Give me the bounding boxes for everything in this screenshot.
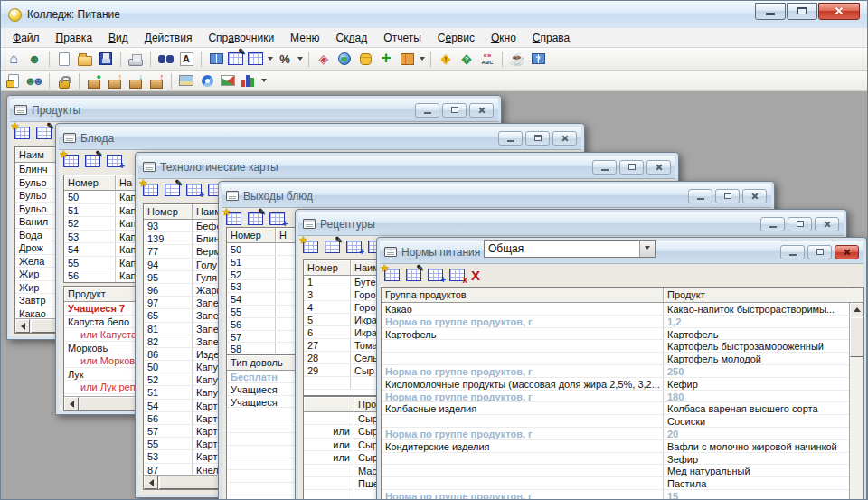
open-folder-icon[interactable] bbox=[76, 50, 94, 68]
box-receive-icon[interactable]: ● bbox=[85, 71, 103, 90]
close-button[interactable] bbox=[742, 189, 767, 203]
table-row[interactable]: Мед натуральный bbox=[382, 465, 863, 477]
new-record-icon[interactable]: ★ bbox=[14, 127, 30, 139]
delete-icon[interactable]: Х bbox=[471, 268, 480, 283]
main-titlebar[interactable]: Колледж: Питание bbox=[1, 1, 867, 28]
close-button[interactable] bbox=[815, 217, 839, 231]
close-button[interactable] bbox=[646, 160, 671, 175]
table-icon[interactable] bbox=[246, 50, 264, 68]
percent-icon[interactable]: % bbox=[276, 50, 294, 68]
minimize-button[interactable] bbox=[760, 217, 785, 231]
minimize-button[interactable] bbox=[755, 3, 786, 20]
restore-button[interactable] bbox=[525, 131, 550, 146]
new-record-icon[interactable]: ★ bbox=[303, 241, 318, 253]
table-dropdown[interactable] bbox=[268, 57, 273, 63]
scroll-thumb[interactable] bbox=[850, 317, 863, 357]
menu-item[interactable]: Действия bbox=[137, 29, 201, 47]
menu-item[interactable]: Сервис bbox=[429, 29, 483, 47]
globe-icon[interactable] bbox=[335, 50, 354, 68]
menu-item[interactable]: Файл bbox=[5, 29, 48, 47]
vertical-scrollbar[interactable] bbox=[849, 303, 863, 499]
users-icon[interactable]: ☻ bbox=[25, 50, 43, 68]
catalogs-icon[interactable] bbox=[398, 50, 416, 68]
maximize-button[interactable] bbox=[787, 3, 817, 20]
catalogs-dropdown[interactable] bbox=[420, 57, 425, 63]
column-header[interactable]: Номер bbox=[304, 260, 351, 276]
recipes-titlebar[interactable]: Рецептуры bbox=[298, 212, 844, 236]
table-row[interactable]: Зефир bbox=[382, 453, 863, 466]
new-record-icon[interactable]: ★ bbox=[384, 269, 400, 281]
restore-button[interactable] bbox=[788, 217, 812, 231]
menu-item[interactable]: Правка bbox=[48, 29, 101, 47]
minimize-button[interactable] bbox=[688, 189, 712, 203]
menu-item[interactable]: Отчеты bbox=[375, 29, 429, 47]
drink-icon[interactable]: ☕ bbox=[508, 50, 526, 68]
edit-record-icon[interactable]: ✎ bbox=[165, 184, 180, 196]
column-header[interactable] bbox=[304, 397, 354, 412]
add-icon[interactable]: + bbox=[377, 50, 395, 68]
print-icon[interactable] bbox=[127, 50, 145, 68]
table-row[interactable]: Картофель быстрозамороженный bbox=[382, 340, 863, 353]
close-button[interactable] bbox=[835, 245, 859, 259]
restore-button[interactable] bbox=[442, 103, 467, 118]
edit-record-icon[interactable]: ✎ bbox=[85, 155, 100, 167]
table-row[interactable]: Кисломолочные продукты (массовая доля жи… bbox=[382, 378, 863, 391]
table-row[interactable]: Пастила bbox=[382, 477, 863, 490]
box-send-icon[interactable]: ↑ bbox=[106, 71, 124, 90]
new-record-icon[interactable]: ★ bbox=[226, 212, 241, 225]
scroll-left-button[interactable] bbox=[15, 319, 30, 333]
menu-item[interactable]: Справа bbox=[524, 29, 578, 47]
add-record-icon[interactable]: + bbox=[107, 155, 122, 167]
minimize-button[interactable] bbox=[498, 131, 523, 146]
new-document-icon[interactable] bbox=[55, 50, 73, 68]
find-icon[interactable] bbox=[156, 50, 175, 68]
box-outcome-icon[interactable]: ↑ bbox=[147, 71, 165, 90]
spellcheck-icon[interactable]: «»ABC bbox=[478, 50, 496, 68]
table-row[interactable]: Колбасные изделияКолбаса вареная высшего… bbox=[382, 402, 863, 415]
menu-item[interactable]: Окно bbox=[483, 29, 524, 47]
table-row[interactable]: Картофель молодой bbox=[382, 353, 863, 365]
menu-item[interactable]: Меню bbox=[282, 29, 327, 47]
products-titlebar[interactable]: Продукты bbox=[10, 99, 498, 122]
delete-record-icon[interactable]: х bbox=[449, 269, 465, 281]
add-record-icon[interactable]: + bbox=[428, 269, 443, 281]
table-row[interactable]: Норма по группе продуктов, г250 bbox=[382, 365, 863, 378]
lock-icon[interactable] bbox=[55, 71, 73, 90]
techcards-titlebar[interactable]: Технологические карты bbox=[138, 156, 675, 179]
font-icon[interactable]: А bbox=[177, 50, 195, 68]
area-chart-icon[interactable] bbox=[219, 71, 237, 90]
save-icon[interactable] bbox=[97, 50, 115, 68]
norm-type-select[interactable]: Общая bbox=[484, 240, 656, 258]
dishes-titlebar[interactable]: Блюда bbox=[59, 127, 581, 150]
minimize-button[interactable] bbox=[415, 103, 439, 118]
edit-record-icon[interactable]: ✎ bbox=[406, 269, 421, 281]
minimize-button[interactable] bbox=[592, 160, 617, 175]
edit-record-icon[interactable]: ✎ bbox=[325, 241, 340, 253]
menu-item[interactable]: Склад bbox=[328, 29, 376, 47]
people-icon[interactable]: ☻☻ bbox=[25, 71, 43, 90]
menu-item[interactable]: Справочники bbox=[200, 29, 282, 47]
restore-button[interactable] bbox=[619, 160, 644, 175]
close-button[interactable] bbox=[818, 3, 860, 20]
scroll-left-button[interactable] bbox=[64, 397, 79, 410]
table-row[interactable]: Норма по группе продуктов, г180 bbox=[382, 391, 863, 403]
scroll-up-button[interactable] bbox=[850, 303, 863, 316]
outputs-titlebar[interactable]: Выходы блюд bbox=[222, 184, 771, 208]
database-icon[interactable] bbox=[356, 50, 374, 68]
help-book-icon[interactable]: ? bbox=[529, 50, 547, 68]
new-record-icon[interactable]: ★ bbox=[63, 155, 79, 167]
column-header[interactable]: Номер bbox=[227, 228, 276, 243]
book-icon[interactable] bbox=[207, 50, 225, 68]
percent-dropdown[interactable] bbox=[297, 57, 303, 63]
document-lock-icon[interactable] bbox=[5, 71, 23, 90]
table-row[interactable]: Норма по группе продуктов, г1,2 bbox=[382, 316, 863, 328]
structure-icon[interactable]: ◈ bbox=[315, 50, 333, 68]
add-record-icon[interactable]: + bbox=[269, 212, 285, 225]
table-row[interactable]: Сосиски bbox=[382, 415, 863, 428]
edit-table-icon[interactable]: ✎ bbox=[228, 52, 243, 65]
close-button[interactable] bbox=[469, 103, 494, 118]
table-row[interactable]: Кондитерские изделияВафли с молочно-жиро… bbox=[382, 440, 863, 453]
warning-icon[interactable]: ◆! bbox=[437, 50, 455, 68]
menu-item[interactable]: Вид bbox=[100, 29, 137, 47]
table-row[interactable]: КартофельКартофель bbox=[382, 328, 863, 341]
